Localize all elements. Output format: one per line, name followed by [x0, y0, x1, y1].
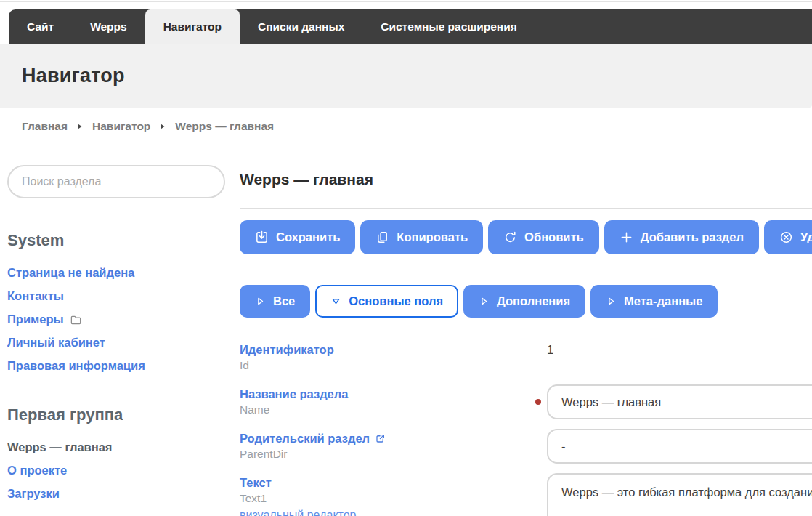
- sidebar-item-label: Контакты: [7, 289, 64, 303]
- field-row: ТекстText1визуальный редактор: [240, 473, 812, 516]
- sidebar-item[interactable]: Примеры: [7, 313, 225, 326]
- field-value-block: [547, 384, 812, 419]
- field-label[interactable]: Название раздела: [240, 386, 535, 402]
- field-label-block: ТекстText1визуальный редактор: [240, 473, 535, 516]
- field-value-block: [547, 473, 812, 516]
- save-icon: [255, 230, 269, 244]
- sidebar-group-title: Первая группа: [7, 406, 225, 424]
- page-title: Навигатор: [22, 65, 125, 87]
- required-marker-slot: [535, 473, 547, 508]
- breadcrumb-item-0[interactable]: Главная: [22, 120, 68, 133]
- nav-tab-0[interactable]: Сайт: [9, 9, 72, 44]
- triangle-right-icon: [479, 296, 490, 307]
- field-label-text: Название раздела: [240, 386, 348, 402]
- field-list: ИдентификаторId1Название разделаNameРоди…: [240, 340, 812, 516]
- field-label-block: Название разделаName: [240, 384, 535, 418]
- triangle-down-icon: [330, 296, 341, 307]
- field-group-tab[interactable]: Мета-данные: [590, 285, 718, 318]
- sidebar-item[interactable]: Правовая информация: [7, 359, 225, 373]
- sidebar-group-list: Страница не найденаКонтактыПримерыЛичный…: [7, 266, 225, 373]
- divider: [240, 208, 812, 209]
- breadcrumb-item-2: Wepps — главная: [175, 120, 274, 133]
- field-code: Text1: [240, 491, 535, 507]
- field-label[interactable]: Идентификатор: [240, 342, 535, 358]
- top-hairline: [0, 1, 812, 2]
- field-label[interactable]: Текст: [240, 475, 535, 491]
- action-button[interactable]: Добавить раздел: [604, 220, 759, 254]
- sidebar-item-label: Wepps — главная: [7, 440, 113, 454]
- breadcrumb-separator-icon: [76, 122, 84, 131]
- action-button-label: Обновить: [524, 230, 584, 244]
- action-button[interactable]: Удалить: [764, 220, 812, 254]
- action-button[interactable]: Сохранить: [240, 220, 355, 254]
- sidebar-item-label: О проекте: [7, 464, 67, 477]
- sidebar-group-title: System: [7, 231, 225, 250]
- action-button-label: Добавить раздел: [641, 230, 744, 244]
- breadcrumb: ГлавнаяНавигаторWepps — главная: [0, 108, 812, 133]
- section-search: [7, 165, 225, 198]
- triangle-right-icon: [255, 296, 266, 307]
- nav-tab-2[interactable]: Навигатор: [145, 9, 240, 44]
- sidebar-item[interactable]: Wepps — главная: [7, 440, 225, 454]
- refresh-icon: [503, 230, 517, 244]
- field-label-text: Идентификатор: [240, 342, 334, 358]
- field-label-text: Текст: [240, 475, 272, 491]
- search-input[interactable]: [22, 175, 212, 188]
- field-group-tab-label: Дополнения: [497, 294, 570, 308]
- visual-editor-link[interactable]: визуальный редактор: [240, 507, 535, 516]
- required-dot: [535, 399, 541, 405]
- field-group-tab[interactable]: Все: [240, 285, 310, 318]
- field-label-block: Родительский разделParentDir: [240, 429, 535, 462]
- required-marker-slot: [535, 384, 547, 419]
- content-area: SystemСтраница не найденаКонтактыПримеры…: [0, 133, 812, 516]
- breadcrumb-item-1[interactable]: Навигатор: [92, 120, 150, 133]
- sidebar-item[interactable]: Личный кабинет: [7, 336, 225, 350]
- sidebar-group-list: Wepps — главнаяО проектеЗагрузки: [7, 440, 225, 501]
- nav-tab-4[interactable]: Системные расширения: [362, 9, 535, 44]
- nav-tab-3[interactable]: Списки данных: [240, 9, 362, 44]
- section-title: Wepps — главная: [240, 171, 812, 188]
- field-group-tab[interactable]: Основные поля: [315, 285, 458, 318]
- field-group-tab-label: Основные поля: [349, 294, 443, 308]
- external-link-icon[interactable]: [375, 433, 386, 444]
- delete-icon: [779, 230, 793, 244]
- sidebar-item[interactable]: О проекте: [7, 464, 225, 477]
- main-panel: Wepps — главная СохранитьКопироватьОбнов…: [225, 171, 812, 516]
- folder-icon: [70, 314, 82, 326]
- field-group-tab[interactable]: Дополнения: [463, 285, 585, 318]
- copy-icon: [375, 230, 389, 244]
- sidebar-item[interactable]: Загрузки: [7, 487, 225, 501]
- field-text-input[interactable]: [547, 384, 812, 419]
- field-label-block: ИдентификаторId: [240, 340, 535, 374]
- required-marker-slot: [535, 340, 547, 375]
- action-button-label: Копировать: [397, 230, 468, 244]
- required-marker-slot: [535, 429, 547, 464]
- sidebar-item-label: Примеры: [7, 313, 64, 326]
- field-text-input[interactable]: [547, 429, 812, 464]
- field-group-tab-label: Мета-данные: [624, 294, 702, 308]
- sidebar-groups: SystemСтраница не найденаКонтактыПримеры…: [7, 231, 225, 501]
- plus-icon: [620, 230, 633, 244]
- field-label-text: Родительский раздел: [240, 430, 370, 446]
- sidebar-item[interactable]: Страница не найдена: [7, 266, 225, 280]
- field-row: Название разделаName: [240, 384, 812, 419]
- top-navigation-bar: СайтWeppsНавигаторСписки данныхСистемные…: [9, 9, 812, 44]
- sidebar-item-label: Страница не найдена: [7, 266, 134, 280]
- field-row: ИдентификаторId1: [240, 340, 812, 375]
- sidebar-item-label: Личный кабинет: [7, 336, 105, 350]
- field-code: ParentDir: [240, 446, 535, 462]
- field-value-block: 1: [547, 340, 812, 357]
- page-header: Навигатор: [0, 44, 812, 108]
- field-group-tab-label: Все: [273, 294, 295, 308]
- field-textarea[interactable]: [547, 473, 812, 516]
- nav-tab-1[interactable]: Wepps: [72, 9, 145, 44]
- action-button[interactable]: Копировать: [360, 220, 483, 254]
- field-value-block: [547, 429, 812, 464]
- action-button-label: Удалить: [800, 230, 812, 244]
- field-label[interactable]: Родительский раздел: [240, 430, 535, 446]
- sidebar-item[interactable]: Контакты: [7, 289, 225, 303]
- action-button[interactable]: Обновить: [488, 220, 599, 254]
- triangle-right-icon: [606, 296, 617, 307]
- action-button-label: Сохранить: [276, 230, 340, 244]
- field-static-value: 1: [547, 340, 812, 357]
